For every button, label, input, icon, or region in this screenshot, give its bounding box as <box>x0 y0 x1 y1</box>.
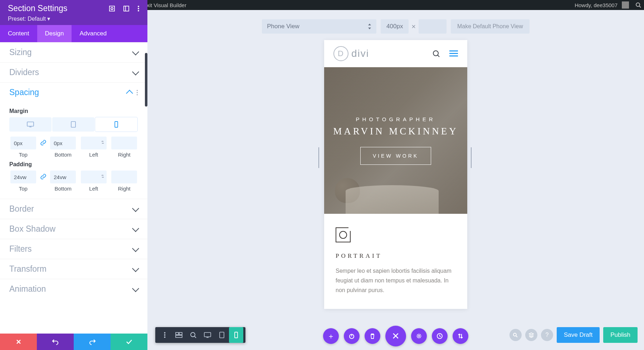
svg-point-14 <box>433 51 438 56</box>
add-button[interactable]: ＋ <box>323 328 339 344</box>
chevron-up-icon <box>126 90 133 97</box>
power-button[interactable] <box>344 328 360 344</box>
help-icon[interactable]: ? <box>541 329 553 341</box>
kebab-icon[interactable] <box>136 90 138 95</box>
svg-point-3 <box>111 8 113 10</box>
section-spacing[interactable]: Spacing <box>0 82 147 102</box>
section-border[interactable]: Border <box>0 199 147 219</box>
search-icon[interactable] <box>432 50 440 58</box>
svg-point-7 <box>138 10 139 11</box>
chevron-down-icon <box>132 245 139 252</box>
resize-handle-left[interactable] <box>318 147 321 168</box>
hero-subtitle: PHOTOGRAPHER <box>356 116 435 122</box>
link-icon[interactable] <box>40 139 47 146</box>
hero-cta-button[interactable]: VIEW WORK <box>360 147 431 165</box>
section-transform[interactable]: Transform <box>0 259 147 279</box>
device-tablet-tab[interactable] <box>52 117 94 132</box>
section-dividers[interactable]: Dividers <box>0 62 147 82</box>
resize-handle-right[interactable] <box>471 147 473 168</box>
margin-right-input[interactable] <box>111 137 137 149</box>
section-sizing[interactable]: Sizing <box>0 42 147 62</box>
avatar-icon <box>622 1 629 9</box>
builder-save-toolbar: ? Save Draft Publish <box>509 327 638 343</box>
svg-rect-11 <box>27 122 34 126</box>
device-phone-tab[interactable] <box>95 117 137 132</box>
settings-panel: Section Settings Preset: Default ▾ Conte… <box>0 0 147 350</box>
panel-redo-button[interactable] <box>74 334 111 350</box>
panel-save-button[interactable] <box>111 334 147 350</box>
delete-button[interactable] <box>365 328 380 344</box>
svg-point-1 <box>636 3 640 6</box>
hero-title: MARVIN MCKINNEY <box>333 126 458 137</box>
margin-label: Margin <box>9 108 138 114</box>
wp-search-icon[interactable] <box>635 2 641 8</box>
layers-icon[interactable] <box>525 329 537 341</box>
padding-top-input[interactable] <box>10 171 36 183</box>
link-icon[interactable] <box>40 173 47 180</box>
settings-button[interactable] <box>411 328 427 344</box>
margin-bottom-input[interactable] <box>50 137 76 149</box>
svg-rect-25 <box>204 332 211 337</box>
publish-button[interactable]: Publish <box>603 327 638 343</box>
tab-design[interactable]: Design <box>37 25 72 42</box>
history-button[interactable] <box>432 328 448 344</box>
phone-view-icon[interactable] <box>229 327 243 343</box>
svg-rect-13 <box>115 122 118 127</box>
svg-point-24 <box>191 332 195 337</box>
canvas: Phone View 400px × Make Default Phone Vi… <box>147 10 644 350</box>
svg-rect-23 <box>176 335 182 337</box>
preset-dropdown[interactable]: Preset: Default ▾ <box>8 15 140 22</box>
responsive-view-bar: Phone View 400px × Make Default Phone Vi… <box>147 10 644 40</box>
kebab-icon[interactable] <box>137 5 140 12</box>
preview-portrait-section: PORTRAIT Semper leo et sapien lobortis f… <box>324 214 467 309</box>
toolbar-menu-icon[interactable] <box>157 327 172 343</box>
svg-rect-17 <box>449 55 458 56</box>
portability-button[interactable] <box>453 328 468 344</box>
dimension-separator: × <box>411 23 416 31</box>
preview-header: Ddivi <box>324 40 467 67</box>
zoom-view-icon[interactable] <box>186 327 200 343</box>
panel-undo-button[interactable] <box>37 334 74 350</box>
svg-point-6 <box>138 8 139 9</box>
wp-howdy[interactable]: Howdy, dee35007 <box>575 1 629 9</box>
width-input[interactable]: 400px <box>381 19 409 34</box>
svg-rect-21 <box>176 332 179 335</box>
section-filters[interactable]: Filters <box>0 239 147 259</box>
svg-point-31 <box>513 333 516 336</box>
margin-top-input[interactable] <box>10 137 36 149</box>
panel-title: Section Settings <box>8 4 67 13</box>
close-button[interactable]: ✕ <box>385 326 406 346</box>
unlink-icon[interactable] <box>100 173 106 179</box>
tab-advanced[interactable]: Advanced <box>72 25 114 42</box>
tab-content[interactable]: Content <box>0 25 37 42</box>
make-default-button[interactable]: Make Default Phone View <box>451 19 530 34</box>
svg-point-20 <box>164 336 165 338</box>
columns-icon[interactable] <box>123 5 130 12</box>
panel-cancel-button[interactable] <box>0 334 37 350</box>
focus-icon[interactable] <box>109 5 115 12</box>
wp-exit-builder-link[interactable]: Exit Visual Builder <box>143 2 186 8</box>
unlink-icon[interactable] <box>100 139 106 145</box>
tablet-view-icon[interactable] <box>215 327 229 343</box>
hamburger-icon[interactable] <box>449 50 458 57</box>
chevron-down-icon <box>132 265 139 272</box>
desktop-view-icon[interactable] <box>200 327 215 343</box>
device-desktop-tab[interactable] <box>9 117 52 132</box>
view-mode-select[interactable]: Phone View <box>262 19 376 34</box>
padding-label: Padding <box>9 161 138 168</box>
padding-right-input[interactable] <box>111 171 137 183</box>
section-box-shadow[interactable]: Box Shadow <box>0 219 147 239</box>
section-animation[interactable]: Animation <box>0 279 147 299</box>
search-help-icon[interactable] <box>509 329 522 341</box>
panel-header: Section Settings Preset: Default ▾ <box>0 0 147 25</box>
svg-rect-15 <box>449 50 458 51</box>
scrollbar-thumb[interactable] <box>145 53 147 107</box>
svg-rect-27 <box>235 332 238 338</box>
padding-bottom-input[interactable] <box>50 171 76 183</box>
height-input[interactable] <box>419 19 447 34</box>
chevron-down-icon <box>132 225 139 232</box>
save-draft-button[interactable]: Save Draft <box>557 327 600 343</box>
wireframe-view-icon[interactable] <box>172 327 186 343</box>
chevron-down-icon <box>132 205 139 212</box>
preview-logo[interactable]: Ddivi <box>333 46 369 61</box>
